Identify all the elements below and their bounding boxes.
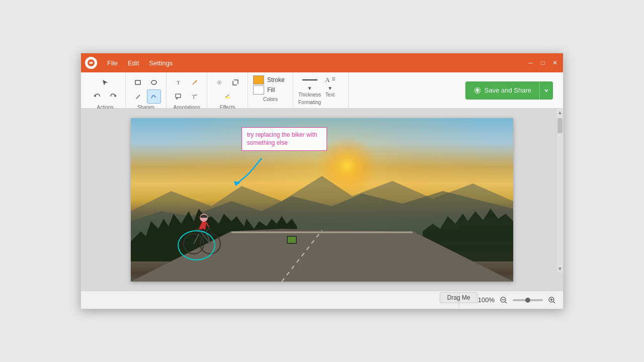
chevron-down-icon <box>544 88 549 93</box>
drag-me-chevron: ⋮ <box>456 303 461 308</box>
annotations-row2: T <box>172 89 202 104</box>
image-canvas[interactable]: try replacing the biker with something e… <box>131 118 513 282</box>
title-bar: File Edit Settings ─ □ ✕ <box>81 53 563 72</box>
text-icon-row: A <box>324 75 336 84</box>
svg-text:A: A <box>325 76 330 83</box>
annotations-section: T T Annotations <box>167 72 207 108</box>
colors-rows: Stroke Fill <box>253 75 288 95</box>
svg-text:T: T <box>177 79 180 85</box>
zoom-level: 100% <box>478 296 495 304</box>
highlight-tool[interactable] <box>220 89 234 104</box>
maximize-button[interactable]: □ <box>539 59 547 67</box>
thickness-dropdown[interactable]: ▼ <box>307 85 312 91</box>
rectangle-tool[interactable] <box>131 75 145 89</box>
save-share-dropdown-button[interactable] <box>539 81 553 100</box>
text2-tool[interactable]: T <box>188 89 202 104</box>
toolbar: Actions Shapes <box>81 72 563 109</box>
app-window: File Edit Settings ─ □ ✕ <box>80 53 564 309</box>
arrow-tool[interactable] <box>188 75 202 89</box>
effects-section: Effects <box>207 72 248 108</box>
app-logo <box>85 57 97 69</box>
zoom-out-button[interactable] <box>499 295 509 305</box>
zoom-in-icon <box>548 296 556 304</box>
shapes-row2 <box>131 89 161 104</box>
menu-edit[interactable]: Edit <box>124 57 143 69</box>
thickness-label: Thickness <box>298 92 321 98</box>
effects-row2 <box>220 89 234 104</box>
zoom-controls: 100% <box>478 295 557 305</box>
actions-section: Actions <box>85 72 126 108</box>
scroll-thumb[interactable] <box>557 118 562 133</box>
zoom-in-button[interactable] <box>547 295 557 305</box>
stroke-swatch[interactable] <box>253 75 264 84</box>
canvas-area: try replacing the biker with something e… <box>81 109 563 291</box>
svg-rect-1 <box>135 80 140 84</box>
window-controls: ─ □ ✕ <box>527 59 559 67</box>
colors-section-label: Colors <box>253 97 288 102</box>
zoom-out-icon <box>500 296 508 304</box>
fill-swatch[interactable] <box>253 85 264 95</box>
freehand-tool[interactable] <box>147 89 161 104</box>
zoom-slider[interactable] <box>513 299 543 301</box>
colors-section: Stroke Fill Colors <box>248 72 293 108</box>
text-annotation[interactable]: try replacing the biker with something e… <box>242 127 327 151</box>
svg-rect-5 <box>176 94 181 98</box>
formatting-section: ▼ Thickness A ▼ Text Formating <box>293 72 349 108</box>
thickness-line[interactable] <box>301 75 319 84</box>
shapes-section: Shapes <box>126 72 167 108</box>
annotation-text: try replacing the biker with something e… <box>247 131 317 147</box>
text-format-icon: A <box>324 75 336 84</box>
fill-label: Fill <box>267 86 275 94</box>
ellipse-tool[interactable] <box>147 75 161 89</box>
fill-row: Fill <box>253 85 288 95</box>
stroke-row: Stroke <box>253 75 288 84</box>
save-share-icon <box>473 86 481 95</box>
arrow-annotation-svg <box>221 153 272 194</box>
menu-settings[interactable]: Settings <box>145 57 177 69</box>
svg-line-20 <box>505 302 507 303</box>
thickness-col: ▼ Thickness <box>298 75 321 98</box>
text-format-label: Text <box>326 92 335 98</box>
text-tool[interactable]: T <box>172 75 186 89</box>
actions-row2 <box>90 89 120 104</box>
save-share-button[interactable]: Save and Share <box>465 81 539 100</box>
status-bar: Drag Me ⋮ 100% <box>81 291 563 309</box>
scroll-down-arrow[interactable]: ▼ <box>556 265 563 273</box>
svg-line-24 <box>553 302 555 303</box>
actions-row <box>98 75 112 89</box>
menu-file[interactable]: File <box>103 57 122 69</box>
select-tool[interactable] <box>98 75 112 89</box>
svg-point-9 <box>218 81 220 83</box>
crop-tool[interactable] <box>228 75 243 89</box>
shapes-row1 <box>131 75 161 89</box>
stroke-label: Stroke <box>267 76 285 83</box>
zoom-slider-thumb[interactable] <box>525 298 530 303</box>
svg-point-2 <box>151 80 156 84</box>
close-button[interactable]: ✕ <box>551 59 559 67</box>
scroll-up-arrow[interactable]: ▲ <box>556 109 563 116</box>
menu-bar: File Edit Settings <box>103 57 177 69</box>
ellipse-annotation <box>178 230 215 260</box>
formatting-rows: ▼ Thickness A ▼ Text <box>298 75 343 98</box>
text-dropdown[interactable]: ▼ <box>328 85 333 91</box>
road-sign <box>287 236 297 244</box>
drag-me-label: Drag Me <box>440 292 478 303</box>
callout-tool[interactable] <box>172 89 186 104</box>
text-col: A ▼ Text <box>324 75 336 98</box>
blur-tool[interactable] <box>212 75 226 89</box>
pen-tool[interactable] <box>131 89 145 104</box>
drag-me-button[interactable]: Drag Me ⋮ <box>440 292 478 308</box>
formatting-section-label: Formating <box>298 100 343 105</box>
undo-button[interactable] <box>90 89 104 104</box>
thickness-preview <box>302 79 317 80</box>
redo-button[interactable] <box>106 89 120 104</box>
minimize-button[interactable]: ─ <box>527 59 535 67</box>
save-share-section: Save and Share <box>459 72 559 108</box>
annotations-row1: T <box>172 75 202 89</box>
scrollbar-right[interactable]: ▲ ▼ <box>557 109 563 273</box>
save-share-label: Save and Share <box>485 86 531 94</box>
effects-row1 <box>212 75 243 89</box>
